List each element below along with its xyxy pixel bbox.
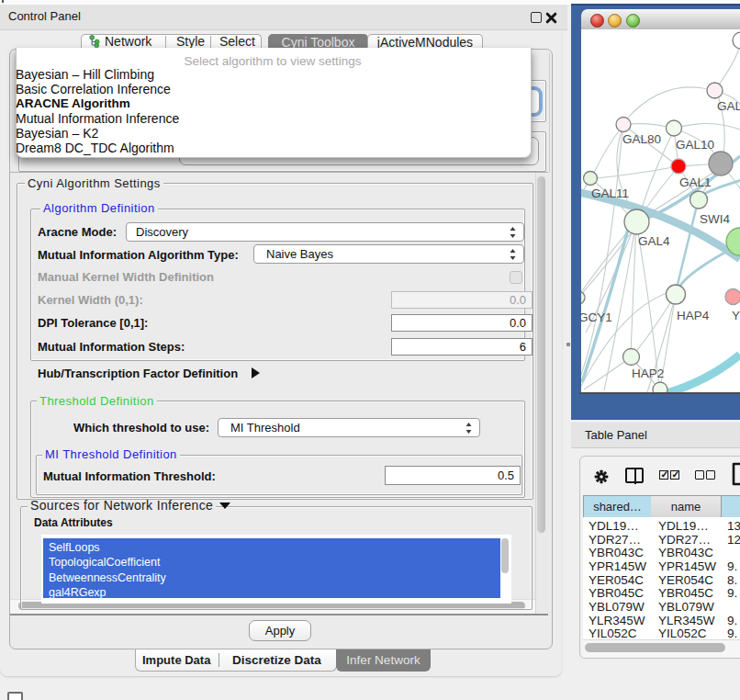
svg-text:HAP2: HAP2 — [632, 367, 664, 380]
svg-text:HAP4: HAP4 — [677, 309, 710, 322]
svg-text:GAL10: GAL10 — [676, 138, 714, 152]
svg-text:GAL11: GAL11 — [591, 186, 629, 200]
svg-text:GCY1: GCY1 — [581, 310, 612, 324]
svg-text:GAL7: GAL7 — [717, 99, 740, 113]
svg-text:SWI4: SWI4 — [700, 212, 730, 226]
svg-text:GAL80: GAL80 — [622, 132, 661, 146]
svg-text:GAL1: GAL1 — [679, 175, 712, 189]
svg-text:YB: YB — [732, 309, 740, 322]
svg-text:GAL4: GAL4 — [638, 234, 670, 248]
